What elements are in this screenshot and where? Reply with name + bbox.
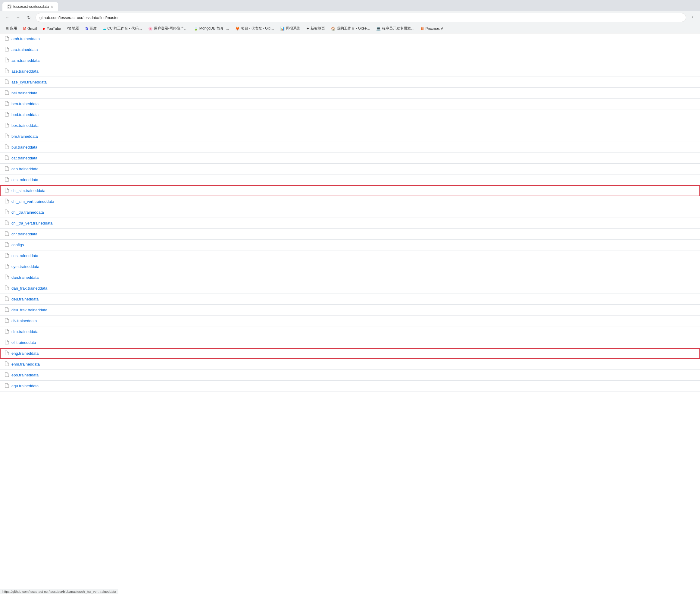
bookmark-new-tab[interactable]: ✦ 新标签页 <box>304 25 327 32</box>
bookmark-baidu[interactable]: 百 百度 <box>83 25 99 32</box>
file-link[interactable]: chi_tra_vert.traineddata <box>11 221 53 225</box>
file-icon <box>5 307 9 313</box>
file-link[interactable]: dzo.traineddata <box>11 329 39 334</box>
table-row: bre.traineddata <box>0 131 700 142</box>
file-icon <box>5 372 9 378</box>
bookmark-user-login[interactable]: 🌸 用户登录-网络资产… <box>146 25 190 32</box>
file-link[interactable]: chi_tra.traineddata <box>11 210 44 214</box>
file-link[interactable]: enm.traineddata <box>11 362 40 366</box>
table-row: ceb.traineddata <box>0 164 700 174</box>
table-row: div.traineddata <box>0 316 700 326</box>
table-row: chi_sim.traineddata <box>0 185 700 196</box>
bookmark-gmail[interactable]: M Gmail <box>21 26 39 31</box>
file-link[interactable]: configs <box>11 242 24 247</box>
forward-button[interactable]: → <box>14 13 22 22</box>
file-link[interactable]: amh.traineddata <box>11 36 40 41</box>
file-icon <box>5 383 9 389</box>
file-icon <box>5 166 9 172</box>
new-tab-icon: ✦ <box>306 27 309 31</box>
bookmark-user-login-label: 用户登录-网络资产… <box>154 26 188 31</box>
table-row: enm.traineddata <box>0 359 700 370</box>
file-link[interactable]: dan_frak.traineddata <box>11 286 47 291</box>
table-row: chi_tra.traineddata <box>0 207 700 218</box>
bookmark-cc-label: CC 的工作台 - 代码… <box>108 26 142 31</box>
bookmark-cc[interactable]: ☁ CC 的工作台 - 代码… <box>100 25 145 32</box>
file-link[interactable]: aze_cyrl.traineddata <box>11 80 47 85</box>
file-link[interactable]: ell.traineddata <box>11 340 36 345</box>
back-button[interactable]: ← <box>3 13 11 22</box>
table-row: deu.traineddata <box>0 294 700 305</box>
file-link[interactable]: equ.traineddata <box>11 384 39 388</box>
file-icon <box>5 242 9 248</box>
file-link[interactable]: ara.traineddata <box>11 47 38 52</box>
file-link[interactable]: aze.traineddata <box>11 69 39 73</box>
bookmark-maps-label: 地图 <box>72 26 79 31</box>
bookmark-baidu-label: 百度 <box>90 26 97 31</box>
file-icon <box>5 318 9 324</box>
file-icon <box>5 231 9 237</box>
bookmark-mongodb[interactable]: 🍃 MongoDB 简介 |… <box>191 25 232 32</box>
table-row: chi_tra_vert.traineddata <box>0 218 700 229</box>
active-tab[interactable]: tesseract-ocr/tessdata ✕ <box>2 2 58 11</box>
browser-chrome: tesseract-ocr/tessdata ✕ ← → ↻ ⋮ ⊞ 应用 M … <box>0 0 700 33</box>
bookmark-dev[interactable]: 💻 程序员开发专属激… <box>374 25 417 32</box>
file-link[interactable]: bod.traineddata <box>11 112 39 117</box>
table-row: bul.traineddata <box>0 142 700 153</box>
bookmark-apps[interactable]: ⊞ 应用 <box>3 25 20 32</box>
proxmox-icon: 🖥 <box>420 27 424 31</box>
table-row: eng.traineddata <box>0 348 700 359</box>
youtube-icon: ▶ <box>43 27 45 31</box>
bookmark-project[interactable]: 🦊 项目 · 仪表盘 · Gitl… <box>233 25 277 32</box>
bookmark-apps-label: 应用 <box>10 26 17 31</box>
file-icon <box>5 112 9 118</box>
file-link[interactable]: bos.traineddata <box>11 123 39 128</box>
file-link[interactable]: bul.traineddata <box>11 145 37 150</box>
tab-title: tesseract-ocr/tessdata <box>13 4 49 9</box>
file-link[interactable]: chi_sim_vert.traineddata <box>11 199 54 204</box>
tab-close-button[interactable]: ✕ <box>50 5 53 9</box>
table-row: ben.traineddata <box>0 99 700 109</box>
reload-button[interactable]: ↻ <box>25 13 33 22</box>
bookmark-project-label: 项目 · 仪表盘 · Gitl… <box>241 26 274 31</box>
file-link[interactable]: deu.traineddata <box>11 297 39 301</box>
bookmark-report[interactable]: 📊 周报系统 <box>278 25 303 32</box>
tab-bar: tesseract-ocr/tessdata ✕ <box>0 0 700 11</box>
table-row: chr.traineddata <box>0 229 700 240</box>
file-link[interactable]: asm.traineddata <box>11 58 39 63</box>
file-link[interactable]: cym.traineddata <box>11 264 39 269</box>
extensions-button[interactable]: ⋮ <box>689 13 697 22</box>
bookmark-youtube[interactable]: ▶ YouTube <box>40 26 63 31</box>
bookmark-report-label: 周报系统 <box>286 26 300 31</box>
file-link[interactable]: cos.traineddata <box>11 254 38 258</box>
file-link[interactable]: bel.traineddata <box>11 91 37 95</box>
project-icon: 🦊 <box>235 27 240 31</box>
file-link[interactable]: epo.traineddata <box>11 373 39 377</box>
file-link[interactable]: ben.traineddata <box>11 102 39 106</box>
file-link[interactable]: div.traineddata <box>11 319 37 323</box>
file-link[interactable]: dan.traineddata <box>11 275 39 280</box>
file-icon <box>5 264 9 269</box>
bookmark-proxmox[interactable]: 🖥 Proxmox V <box>418 26 446 31</box>
file-link[interactable]: cat.traineddata <box>11 156 37 160</box>
file-link[interactable]: deu_frak.traineddata <box>11 308 47 312</box>
bookmarks-bar: ⊞ 应用 M Gmail ▶ YouTube 🗺 地图 百 百度 ☁ CC 的工… <box>0 24 700 33</box>
file-link[interactable]: chi_sim.traineddata <box>11 188 45 193</box>
file-link[interactable]: chr.traineddata <box>11 232 37 236</box>
bookmark-maps[interactable]: 🗺 地图 <box>65 25 82 32</box>
baidu-icon: 百 <box>85 27 88 31</box>
my-work-icon: 🏠 <box>331 27 336 31</box>
address-bar[interactable] <box>36 13 686 22</box>
file-icon <box>5 329 9 334</box>
cc-icon: ☁ <box>103 27 106 31</box>
tab-favicon <box>7 4 11 9</box>
file-link[interactable]: eng.traineddata <box>11 351 39 356</box>
table-row: aze_cyrl.traineddata <box>0 77 700 88</box>
table-row: cos.traineddata <box>0 251 700 261</box>
file-icon <box>5 177 9 183</box>
file-icon <box>5 361 9 367</box>
bookmark-dev-label: 程序员开发专属激… <box>382 26 415 31</box>
bookmark-my-work[interactable]: 🏠 我的工作台 - Gitee… <box>328 25 373 32</box>
file-link[interactable]: ces.traineddata <box>11 177 38 182</box>
file-link[interactable]: bre.traineddata <box>11 134 38 139</box>
file-link[interactable]: ceb.traineddata <box>11 167 39 171</box>
